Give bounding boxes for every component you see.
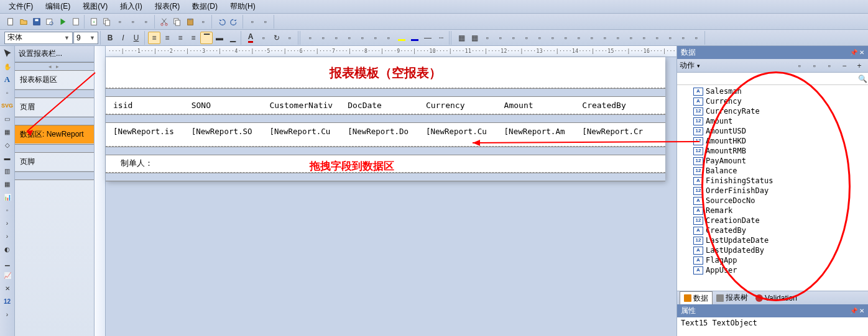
page-button[interactable] xyxy=(70,16,82,28)
bring-front-button[interactable]: ▫ xyxy=(625,32,637,44)
pin-icon[interactable]: 📌 ✕ xyxy=(850,49,864,56)
valign-top-button[interactable]: ▔ xyxy=(200,32,213,44)
band-data[interactable]: 数据区: NewReport xyxy=(15,125,94,144)
field-amounthkd[interactable]: 12AmountHKD xyxy=(677,136,868,146)
menu-help[interactable]: 帮助(H) xyxy=(224,0,262,13)
add-page-button[interactable]: + xyxy=(88,16,100,28)
col-amount[interactable]: Amount xyxy=(503,99,581,111)
structure-config[interactable]: 设置报表栏... xyxy=(15,46,94,62)
space-h-button[interactable]: ▫ xyxy=(599,32,611,44)
underline-button[interactable]: U xyxy=(130,32,142,44)
font-size-combo[interactable]: 9▼ xyxy=(73,32,98,44)
align-right-objs-button[interactable]: ▫ xyxy=(507,32,520,44)
action-new-icon[interactable]: ▫ xyxy=(793,60,806,72)
data-band-area[interactable]: [NewReport.is [NewReport.SO [NewReport.C… xyxy=(106,123,665,147)
border-none-button[interactable]: ▫ xyxy=(369,32,382,44)
menu-view[interactable]: 视图(V) xyxy=(76,0,114,13)
footer-maker-label[interactable]: 制单人： xyxy=(121,158,153,168)
field-amountusd[interactable]: 12AmountUSD xyxy=(677,126,868,136)
menu-insert[interactable]: 插入(I) xyxy=(114,0,148,13)
same-width-button[interactable]: ▫ xyxy=(560,32,572,44)
font-name-combo[interactable]: 宋体▼ xyxy=(4,32,73,44)
field-creationdate[interactable]: 12CreationDate xyxy=(677,216,868,225)
band-page-footer[interactable]: 页脚 xyxy=(15,153,94,171)
properties-panel-header[interactable]: 属性 📌 ✕ xyxy=(677,304,868,317)
border-outer-button[interactable]: ▫ xyxy=(382,32,395,44)
chart2-tool[interactable]: 📈 xyxy=(1,269,14,281)
align-left-button[interactable]: ≡ xyxy=(148,32,160,44)
number-tool[interactable]: 12 xyxy=(1,295,14,307)
preview-button[interactable] xyxy=(44,16,56,28)
field-sono[interactable]: [NewReport.SO xyxy=(190,125,269,143)
col-createdby[interactable]: CreatedBy xyxy=(581,99,659,111)
extra1-button[interactable]: ▫ xyxy=(664,32,676,44)
svg-tool[interactable]: SVG xyxy=(1,99,14,112)
field-createdby[interactable]: ACreatedBy xyxy=(677,225,868,235)
align-middle-objs-button[interactable]: ▫ xyxy=(533,32,546,44)
field-payamount[interactable]: 12PayAmount xyxy=(677,156,868,166)
action-minus-icon[interactable]: − xyxy=(838,60,851,72)
data-filter-input[interactable] xyxy=(677,75,857,83)
data-panel-header[interactable]: 数据 📌 ✕ xyxy=(677,46,868,59)
chart-tool[interactable]: 📊 xyxy=(1,191,14,203)
send-back-button[interactable]: ▫ xyxy=(638,32,650,44)
table-tool[interactable]: ▦ xyxy=(1,125,14,138)
picture-tool[interactable]: ▫ xyxy=(1,86,14,99)
align-bottom-objs-button[interactable]: ▫ xyxy=(547,32,559,44)
pointer-tool[interactable] xyxy=(1,47,14,60)
field-orderfinishday[interactable]: 12OrderFinishDay xyxy=(677,186,868,196)
grid-button[interactable]: ▦ xyxy=(468,32,481,44)
page-setup-button[interactable]: ▫ xyxy=(140,16,152,28)
dialog-button[interactable]: ▫ xyxy=(114,16,126,28)
align-left-objs-button[interactable]: ▫ xyxy=(481,32,494,44)
col-docdate[interactable]: DocDate xyxy=(346,99,425,111)
field-currency[interactable]: ACurrency xyxy=(677,96,868,106)
pin-icon-2[interactable]: 📌 ✕ xyxy=(850,307,864,314)
border-all-button[interactable]: ▫ xyxy=(356,32,369,44)
tab-data[interactable]: 数据 xyxy=(680,291,713,305)
barcode-tool[interactable]: ▥ xyxy=(1,165,14,177)
field-docdate[interactable]: [NewReport.Do xyxy=(346,125,425,143)
page-header-band-area[interactable]: isid SONO CustomerNativ DocDate Currency… xyxy=(106,97,665,114)
menu-report[interactable]: 报表(R) xyxy=(149,0,187,13)
matrix-tool[interactable]: ▦ xyxy=(1,178,14,190)
line-width-button[interactable]: — xyxy=(422,32,434,44)
format-painter-icon[interactable]: ▫ xyxy=(197,16,210,28)
open-button[interactable] xyxy=(17,16,30,28)
menu-file[interactable]: 文件(F) xyxy=(2,0,39,13)
field-currency[interactable]: [NewReport.Cu xyxy=(425,125,503,143)
cut-button[interactable] xyxy=(158,16,170,28)
action-delete-icon[interactable]: ▫ xyxy=(823,60,836,72)
new-button[interactable] xyxy=(4,16,17,28)
field-finishingstatus[interactable]: AFinishingStatus xyxy=(677,176,868,186)
text-rotate-button[interactable]: ↻ xyxy=(270,32,283,44)
snap-grid-button[interactable]: ▦ xyxy=(455,32,468,44)
redo-button[interactable] xyxy=(228,16,241,28)
valign-bottom-button[interactable]: ▁ xyxy=(226,32,239,44)
link-button[interactable]: ▫ xyxy=(651,32,663,44)
design-canvas[interactable]: ····|····1····|····2····|····3····|····4… xyxy=(95,46,676,336)
page-footer-band-area[interactable]: 制单人： xyxy=(106,155,665,173)
field-salesman[interactable]: ASalesman xyxy=(677,86,868,96)
align-right-button[interactable]: ≡ xyxy=(174,32,187,44)
align-top-objs-button[interactable]: ▫ xyxy=(520,32,533,44)
valign-middle-button[interactable]: ▬ xyxy=(213,32,226,44)
copy-button[interactable] xyxy=(171,16,183,28)
line-color-button[interactable] xyxy=(409,32,421,44)
bold-button[interactable]: B xyxy=(104,32,116,44)
align-center-button[interactable]: ≡ xyxy=(161,32,173,44)
fields-tree[interactable]: ASalesmanACurrency12CurrencyRate12Amount… xyxy=(677,85,868,291)
field-customer[interactable]: [NewReport.Cu xyxy=(268,125,346,143)
col-sono[interactable]: SONO xyxy=(190,99,269,111)
align-justify-button[interactable]: ≡ xyxy=(187,32,200,44)
properties-panel[interactable]: Text15 TextObject xyxy=(677,317,868,336)
report-title-band-area[interactable]: 报表模板（空报表） xyxy=(106,57,665,88)
font-color-button[interactable]: A xyxy=(244,32,257,44)
shape-tool[interactable]: ◇ xyxy=(1,138,14,151)
col-isid[interactable]: isid xyxy=(112,99,190,111)
field-createdby[interactable]: [NewReport.Cr xyxy=(581,125,659,143)
border-left-button[interactable]: ▫ xyxy=(330,32,343,44)
line-style-button[interactable]: ┄ xyxy=(435,32,447,44)
field-amount[interactable]: 12Amount xyxy=(677,116,868,126)
field-remark[interactable]: ARemark xyxy=(677,206,868,216)
